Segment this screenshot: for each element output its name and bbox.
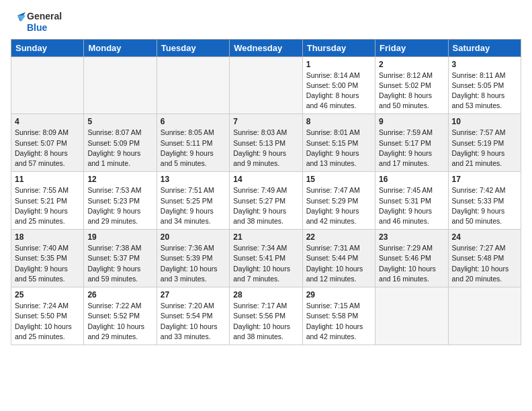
day-number: 15 (306, 175, 371, 184)
day-info: Sunrise: 7:29 AM Sunset: 5:46 PM Dayligh… (379, 243, 444, 284)
day-info: Sunrise: 7:57 AM Sunset: 5:19 PM Dayligh… (452, 128, 517, 169)
calendar-cell: 13Sunrise: 7:51 AM Sunset: 5:25 PM Dayli… (157, 172, 229, 230)
day-info: Sunrise: 7:42 AM Sunset: 5:33 PM Dayligh… (452, 185, 517, 226)
calendar-header-wednesday: Wednesday (230, 39, 302, 56)
calendar-header-thursday: Thursday (302, 39, 375, 56)
calendar-cell: 22Sunrise: 7:31 AM Sunset: 5:44 PM Dayli… (302, 230, 375, 287)
day-number: 18 (15, 232, 80, 242)
calendar-cell: 6Sunrise: 8:05 AM Sunset: 5:11 PM Daylig… (157, 114, 229, 172)
day-number: 20 (161, 232, 226, 242)
logo-general: General (27, 11, 62, 22)
day-number: 5 (87, 117, 152, 126)
calendar-header-sunday: Sunday (11, 39, 84, 56)
day-info: Sunrise: 7:55 AM Sunset: 5:21 PM Dayligh… (15, 185, 80, 226)
logo-container: General Blue (11, 11, 62, 34)
calendar-cell: 16Sunrise: 7:45 AM Sunset: 5:31 PM Dayli… (375, 172, 448, 230)
day-number: 2 (379, 60, 444, 69)
calendar-table: SundayMondayTuesdayWednesdayThursdayFrid… (11, 39, 521, 345)
logo: General Blue (11, 11, 62, 34)
day-info: Sunrise: 7:27 AM Sunset: 5:48 PM Dayligh… (452, 243, 517, 284)
calendar-week-row: 11Sunrise: 7:55 AM Sunset: 5:21 PM Dayli… (11, 172, 521, 230)
day-number: 8 (306, 117, 371, 126)
day-number: 3 (452, 60, 517, 69)
calendar-cell (11, 56, 84, 114)
day-info: Sunrise: 7:47 AM Sunset: 5:29 PM Dayligh… (306, 185, 371, 226)
day-info: Sunrise: 8:07 AM Sunset: 5:09 PM Dayligh… (87, 128, 152, 169)
day-number: 4 (15, 117, 80, 126)
day-info: Sunrise: 7:49 AM Sunset: 5:27 PM Dayligh… (233, 185, 298, 226)
day-info: Sunrise: 8:11 AM Sunset: 5:05 PM Dayligh… (452, 71, 517, 111)
calendar-cell (448, 287, 521, 345)
calendar-cell: 7Sunrise: 8:03 AM Sunset: 5:13 PM Daylig… (230, 114, 302, 172)
day-number: 6 (161, 117, 226, 126)
day-info: Sunrise: 7:36 AM Sunset: 5:39 PM Dayligh… (161, 243, 226, 284)
calendar-cell: 15Sunrise: 7:47 AM Sunset: 5:29 PM Dayli… (302, 172, 375, 230)
calendar-cell: 21Sunrise: 7:34 AM Sunset: 5:41 PM Dayli… (230, 230, 302, 287)
day-info: Sunrise: 7:45 AM Sunset: 5:31 PM Dayligh… (379, 185, 444, 226)
calendar-cell: 27Sunrise: 7:20 AM Sunset: 5:54 PM Dayli… (157, 287, 229, 345)
day-number: 21 (233, 232, 298, 242)
day-info: Sunrise: 8:01 AM Sunset: 5:15 PM Dayligh… (306, 128, 371, 169)
calendar-cell: 9Sunrise: 7:59 AM Sunset: 5:17 PM Daylig… (375, 114, 448, 172)
calendar-cell (375, 287, 448, 345)
day-info: Sunrise: 7:17 AM Sunset: 5:56 PM Dayligh… (233, 301, 298, 342)
calendar-header-monday: Monday (84, 39, 157, 56)
day-number: 17 (452, 175, 517, 184)
svg-marker-1 (17, 15, 26, 21)
day-info: Sunrise: 8:12 AM Sunset: 5:02 PM Dayligh… (379, 71, 444, 111)
day-number: 13 (161, 175, 226, 184)
calendar-header-friday: Friday (375, 39, 448, 56)
day-number: 1 (306, 60, 371, 69)
calendar-cell: 2Sunrise: 8:12 AM Sunset: 5:02 PM Daylig… (375, 56, 448, 114)
calendar-header-row: SundayMondayTuesdayWednesdayThursdayFrid… (11, 39, 521, 56)
calendar-cell (84, 56, 157, 114)
calendar-header-tuesday: Tuesday (157, 39, 229, 56)
day-number: 10 (452, 117, 517, 126)
day-number: 28 (233, 290, 298, 300)
day-number: 25 (15, 290, 80, 300)
calendar-cell: 29Sunrise: 7:15 AM Sunset: 5:58 PM Dayli… (302, 287, 375, 345)
day-info: Sunrise: 7:24 AM Sunset: 5:50 PM Dayligh… (15, 301, 80, 342)
day-number: 19 (87, 232, 152, 242)
day-info: Sunrise: 8:09 AM Sunset: 5:07 PM Dayligh… (15, 128, 80, 169)
day-info: Sunrise: 8:05 AM Sunset: 5:11 PM Dayligh… (161, 128, 226, 169)
day-info: Sunrise: 7:22 AM Sunset: 5:52 PM Dayligh… (87, 301, 152, 342)
day-info: Sunrise: 7:38 AM Sunset: 5:37 PM Dayligh… (87, 243, 152, 284)
header: General Blue (11, 11, 521, 34)
calendar-header-saturday: Saturday (448, 39, 521, 56)
calendar-week-row: 4Sunrise: 8:09 AM Sunset: 5:07 PM Daylig… (11, 114, 521, 172)
calendar-cell: 5Sunrise: 8:07 AM Sunset: 5:09 PM Daylig… (84, 114, 157, 172)
calendar-cell (157, 56, 229, 114)
day-info: Sunrise: 7:34 AM Sunset: 5:41 PM Dayligh… (233, 243, 298, 284)
calendar-cell: 20Sunrise: 7:36 AM Sunset: 5:39 PM Dayli… (157, 230, 229, 287)
calendar-cell: 12Sunrise: 7:53 AM Sunset: 5:23 PM Dayli… (84, 172, 157, 230)
day-number: 11 (15, 175, 80, 184)
calendar-cell: 14Sunrise: 7:49 AM Sunset: 5:27 PM Dayli… (230, 172, 302, 230)
day-number: 12 (87, 175, 152, 184)
calendar-cell: 26Sunrise: 7:22 AM Sunset: 5:52 PM Dayli… (84, 287, 157, 345)
calendar-cell: 24Sunrise: 7:27 AM Sunset: 5:48 PM Dayli… (448, 230, 521, 287)
day-info: Sunrise: 8:14 AM Sunset: 5:00 PM Dayligh… (306, 71, 371, 111)
day-number: 9 (379, 117, 444, 126)
calendar-cell (230, 56, 302, 114)
day-number: 22 (306, 232, 371, 242)
calendar-cell: 25Sunrise: 7:24 AM Sunset: 5:50 PM Dayli… (11, 287, 84, 345)
day-info: Sunrise: 7:31 AM Sunset: 5:44 PM Dayligh… (306, 243, 371, 284)
calendar-cell: 19Sunrise: 7:38 AM Sunset: 5:37 PM Dayli… (84, 230, 157, 287)
day-info: Sunrise: 7:15 AM Sunset: 5:58 PM Dayligh… (306, 301, 371, 342)
day-info: Sunrise: 8:03 AM Sunset: 5:13 PM Dayligh… (233, 128, 298, 169)
logo-blue: Blue (27, 22, 62, 34)
calendar-cell: 1Sunrise: 8:14 AM Sunset: 5:00 PM Daylig… (302, 56, 375, 114)
calendar-cell: 17Sunrise: 7:42 AM Sunset: 5:33 PM Dayli… (448, 172, 521, 230)
calendar-cell: 18Sunrise: 7:40 AM Sunset: 5:35 PM Dayli… (11, 230, 84, 287)
day-number: 24 (452, 232, 517, 242)
calendar-cell: 28Sunrise: 7:17 AM Sunset: 5:56 PM Dayli… (230, 287, 302, 345)
day-number: 7 (233, 117, 298, 126)
day-number: 23 (379, 232, 444, 242)
calendar-cell: 8Sunrise: 8:01 AM Sunset: 5:15 PM Daylig… (302, 114, 375, 172)
day-number: 14 (233, 175, 298, 184)
day-info: Sunrise: 7:51 AM Sunset: 5:25 PM Dayligh… (161, 185, 226, 226)
day-number: 27 (161, 290, 226, 300)
day-number: 16 (379, 175, 444, 184)
day-info: Sunrise: 7:40 AM Sunset: 5:35 PM Dayligh… (15, 243, 80, 284)
